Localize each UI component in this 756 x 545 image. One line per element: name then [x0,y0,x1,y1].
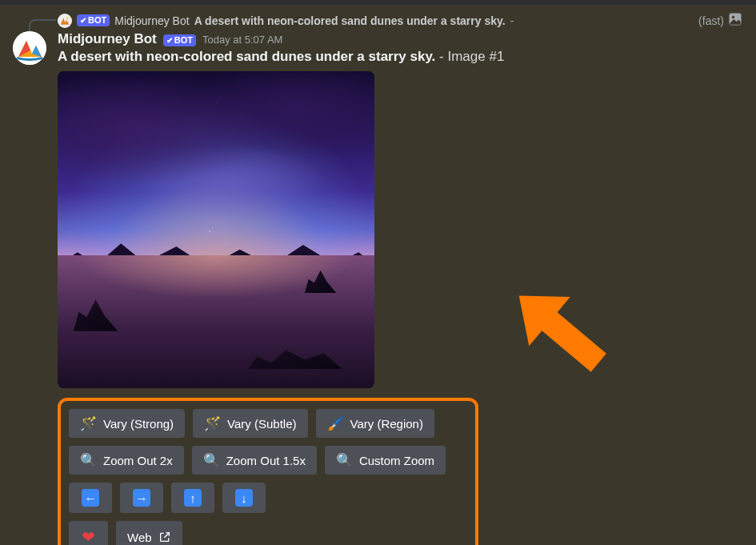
reply-avatar [58,14,72,28]
bot-tag: ✔BOT [163,34,196,46]
arrow-up-icon: ↑ [184,489,202,507]
author-avatar[interactable] [13,31,46,65]
button-label: Vary (Strong) [103,417,174,431]
reply-suffix: - [510,14,514,27]
button-label: Zoom Out 1.5x [226,454,306,467]
pan-up-button[interactable]: ↑ [171,483,214,513]
pan-left-button[interactable]: ← [69,483,112,513]
button-label: Custom Zoom [359,454,434,467]
arrow-down-icon: ↓ [235,489,253,507]
author-username[interactable]: Midjourney Bot [58,31,157,47]
zoom-out-1-5x-button[interactable]: 🔍Zoom Out 1.5x [192,446,317,475]
reply-meta-text: (fast) [698,14,724,27]
reply-content[interactable]: A desert with neon-colored sand dunes un… [194,14,506,27]
favorite-button[interactable]: ❤ [69,521,108,545]
svg-point-0 [66,17,68,18]
verified-check-icon: ✔ [166,34,173,46]
heart-icon: ❤ [82,527,95,545]
button-label: Vary (Region) [350,417,423,431]
prompt-text: A desert with neon-colored sand dunes un… [58,49,435,64]
vary-region-button[interactable]: 🖌️Vary (Region) [316,409,434,438]
message-content: A desert with neon-colored sand dunes un… [58,49,743,65]
vary-strong-button[interactable]: 🪄Vary (Strong) [69,409,185,438]
verified-check-icon: ✔ [80,14,86,26]
magnifier-icon: 🔍 [336,454,353,467]
brush-icon: 🖌️ [327,417,344,431]
button-label: Vary (Subtle) [227,417,296,431]
bot-tag-text: BOT [88,14,106,26]
button-label: Web [127,531,152,544]
pan-down-button[interactable]: ↓ [222,483,266,513]
bot-tag-text: BOT [174,34,193,46]
message-timestamp: Today at 5:07 AM [202,34,282,46]
zoom-out-2x-button[interactable]: 🔍Zoom Out 2x [69,446,184,475]
sparkle-wand-icon: 🪄 [204,417,221,431]
pan-right-button[interactable]: → [120,483,163,513]
reply-username[interactable]: Midjourney Bot [114,14,189,27]
magnifier-icon: 🔍 [203,454,220,467]
svg-point-2 [732,16,734,18]
sparkle-wand-icon: 🪄 [80,417,97,431]
vary-subtle-button[interactable]: 🪄Vary (Subtle) [193,409,307,438]
custom-zoom-button[interactable]: 🔍Custom Zoom [325,446,446,475]
generated-image[interactable] [58,71,374,388]
arrow-left-icon: ← [82,489,99,507]
reply-reference[interactable]: ✔BOT Midjourney Bot A desert with neon-c… [58,11,743,30]
arrow-right-icon: → [133,489,150,507]
button-label: Zoom Out 2x [103,454,173,467]
external-link-icon [158,531,171,543]
action-buttons-highlight: 🪄Vary (Strong) 🪄Vary (Subtle) 🖌️Vary (Re… [58,398,478,545]
image-attachment-icon [727,11,743,30]
magnifier-icon: 🔍 [80,454,97,467]
image-number-suffix: - Image #1 [435,49,504,64]
bot-tag-reply: ✔BOT [77,14,110,26]
web-button[interactable]: Web [116,521,182,545]
